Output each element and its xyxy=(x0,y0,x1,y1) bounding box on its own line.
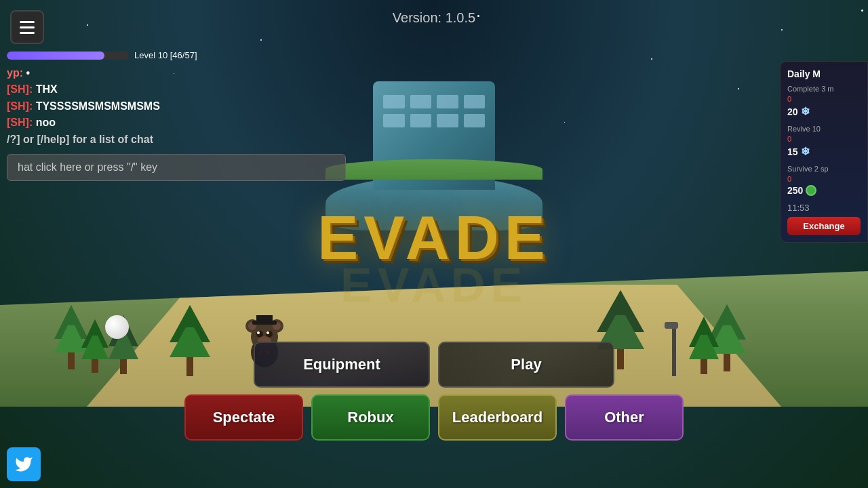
play-button[interactable]: Play xyxy=(438,342,614,388)
level-bar: Level 10 [46/57] xyxy=(0,47,353,63)
play-label: Play xyxy=(511,356,541,373)
mission-description: Revive 10 xyxy=(787,125,861,133)
window xyxy=(383,114,405,127)
window xyxy=(410,95,432,108)
svg-rect-12 xyxy=(256,315,273,322)
building-windows xyxy=(383,95,485,127)
star xyxy=(738,88,739,89)
version-label: Version: 1.0.5 xyxy=(393,10,475,26)
leaderboard-button[interactable]: Leaderboard xyxy=(438,394,557,441)
window xyxy=(437,114,458,127)
top-button-row: Equipment Play xyxy=(254,342,614,388)
level-text: Level 10 [46/57] xyxy=(134,50,197,60)
chat-input[interactable]: hat click here or press "/" key xyxy=(7,154,346,181)
chat-line: /?] or [/help] for a list of chat xyxy=(7,132,346,147)
chat-message: THX xyxy=(36,83,58,95)
chat-username: [SH]: xyxy=(7,117,33,128)
window xyxy=(464,114,486,127)
game-title: EVADE EVADE xyxy=(317,207,550,268)
mission-item: Complete 3 m 0 20 ❄ xyxy=(787,85,861,118)
chat-input-area[interactable]: hat click here or press "/" key xyxy=(0,154,353,181)
chat-area: Level 10 [46/57] yp: • [SH]: THX [SH]: T… xyxy=(0,47,353,181)
level-progress-fill xyxy=(7,52,104,60)
star xyxy=(781,29,783,30)
svg-point-8 xyxy=(257,331,260,334)
mission-progress: 0 xyxy=(787,175,861,183)
hamburger-line xyxy=(20,26,35,28)
chat-username: yp: xyxy=(7,67,23,79)
island-top xyxy=(326,159,542,180)
mission-item: Revive 10 0 15 ❄ xyxy=(787,125,861,158)
exchange-button[interactable]: Exchange xyxy=(787,217,861,235)
spectate-button[interactable]: Spectate xyxy=(184,394,303,441)
window xyxy=(464,95,486,108)
equipment-label: Equipment xyxy=(303,356,380,373)
level-progress-bar xyxy=(7,52,129,60)
other-button[interactable]: Other xyxy=(565,394,684,441)
chat-line: [SH]: TYSSSSMSMSMSMSMS xyxy=(7,99,346,114)
mission-reward: 15 ❄ xyxy=(787,145,861,158)
window xyxy=(383,95,405,108)
snowflake-icon: ❄ xyxy=(801,105,810,118)
daily-missions-title: Daily M xyxy=(787,68,861,79)
tree xyxy=(81,319,108,373)
star xyxy=(861,9,863,12)
hamburger-line xyxy=(20,32,35,34)
mission-progress: 0 xyxy=(787,135,861,143)
menu-button[interactable] xyxy=(10,10,44,44)
chat-username: [SH]: xyxy=(7,83,33,95)
bottom-buttons: Equipment Play Spectate Robux Leaderboar… xyxy=(184,342,684,441)
star xyxy=(651,58,652,60)
snowflake-icon: ❄ xyxy=(801,145,810,158)
chat-line: [SH]: noo xyxy=(7,115,346,130)
window xyxy=(410,114,432,127)
mission-progress: 0 xyxy=(787,95,861,103)
reward-amount: 250 xyxy=(787,185,803,196)
star xyxy=(477,15,479,17)
chat-message: • xyxy=(26,67,30,79)
star xyxy=(260,39,262,41)
mission-item: Survive 2 sp 0 250 xyxy=(787,165,861,196)
chat-system-message: /?] or [/help] for a list of chat xyxy=(7,134,153,145)
chat-messages: yp: • [SH]: THX [SH]: TYSSSSMSMSMSMSMS [… xyxy=(0,66,353,147)
chat-username: [SH]: xyxy=(7,100,33,112)
mission-description: Complete 3 m xyxy=(787,85,861,93)
twitter-button[interactable] xyxy=(7,447,41,481)
mission-description: Survive 2 sp xyxy=(787,165,861,173)
sphere xyxy=(105,315,129,339)
svg-point-9 xyxy=(267,331,269,334)
hamburger-line xyxy=(20,21,35,23)
daily-missions-panel: Daily M Complete 3 m 0 20 ❄ Revive 10 0 … xyxy=(780,61,868,243)
evade-shadow-title: EVADE xyxy=(340,258,528,312)
mission-reward: 20 ❄ xyxy=(787,105,861,118)
chat-line: yp: • xyxy=(7,66,346,81)
robux-button[interactable]: Robux xyxy=(311,394,430,441)
tree xyxy=(689,317,719,374)
mission-reward: 250 xyxy=(787,185,861,196)
star xyxy=(87,24,88,26)
chat-message: TYSSSSMSMSMSMSMS xyxy=(36,100,160,112)
mission-timer: 11:53 xyxy=(787,203,861,213)
chat-message: noo xyxy=(36,117,56,128)
reward-amount: 15 xyxy=(787,146,798,157)
chat-line: [SH]: THX xyxy=(7,82,346,97)
reward-amount: 20 xyxy=(787,106,798,117)
window xyxy=(437,95,458,108)
hamburger-icon xyxy=(20,21,35,34)
bottom-button-row: Spectate Robux Leaderboard Other xyxy=(184,394,684,441)
twitter-icon xyxy=(14,455,33,474)
coin-icon xyxy=(806,185,816,196)
equipment-button[interactable]: Equipment xyxy=(254,342,430,388)
